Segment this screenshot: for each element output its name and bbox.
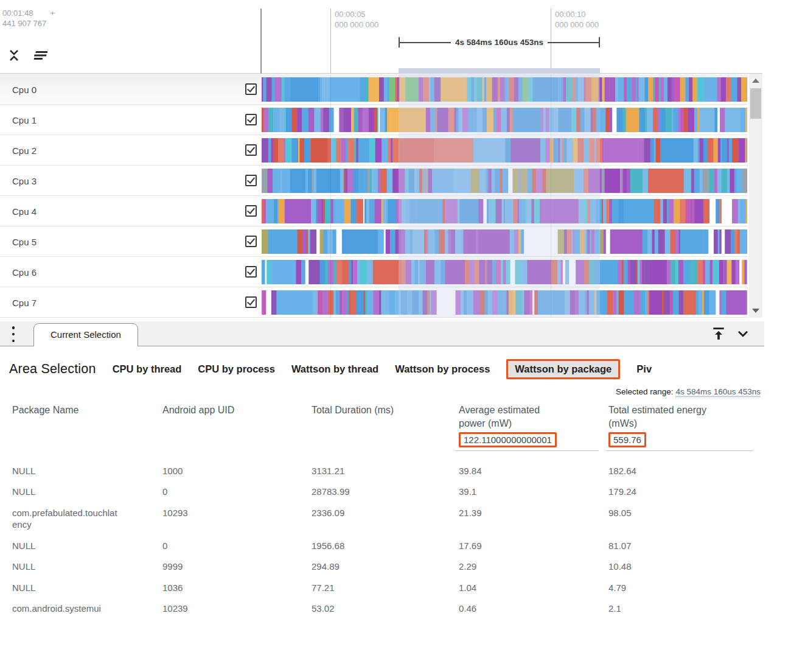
- table-cell: 98.05: [608, 502, 761, 535]
- annotation-box: 122.11000000000001: [459, 432, 557, 447]
- timeline-ruler: 00:01:48 + 441 907 767 00:00:05 00: [0, 0, 762, 74]
- selected-range-label: Selected range:: [616, 387, 674, 396]
- summary-total-energy-value: 559.76: [613, 435, 641, 445]
- column-header: Average estimated power (mW): [459, 399, 608, 430]
- cpu-sched-strip[interactable]: [262, 77, 747, 102]
- tab-current-selection[interactable]: Current Selection: [33, 323, 138, 346]
- table-cell: 2.29: [459, 556, 608, 578]
- detail-tab-wattson-by-thread[interactable]: Wattson by thread: [291, 363, 378, 375]
- table-row: NULL103677.211.044.79: [12, 577, 764, 598]
- annotation-box: 559.76: [608, 432, 646, 447]
- track-row[interactable]: Cpu 1: [0, 105, 748, 135]
- table-cell: 1.04: [459, 577, 608, 598]
- tick-time: 00:00:10: [555, 10, 599, 20]
- track-label: Cpu 7: [12, 297, 37, 307]
- table-cell: NULL: [12, 577, 120, 598]
- summary-total-energy-cell: 559.76: [606, 432, 753, 451]
- table-cell: 39.84: [459, 460, 608, 481]
- wattson-package-table: Package NameAndroid app UIDTotal Duratio…: [0, 399, 764, 619]
- table-header-row: Package NameAndroid app UIDTotal Duratio…: [12, 399, 764, 430]
- selected-range: Selected range: 4s 584ms 160us 453ns: [0, 387, 764, 396]
- chevron-down-icon[interactable]: [735, 326, 751, 341]
- track-label: Cpu 6: [12, 267, 37, 277]
- table-cell: 182.64: [608, 460, 761, 481]
- track-label: Cpu 0: [12, 84, 37, 94]
- unfold-less-icon[interactable]: [7, 49, 21, 62]
- cpu-track-list: Cpu 0Cpu 1Cpu 2Cpu 3Cpu 4Cpu 5Cpu 6Cpu 7: [0, 74, 748, 318]
- sort-icon[interactable]: [32, 49, 47, 62]
- scrollbar-up-arrow[interactable]: [752, 79, 759, 83]
- track-checkbox[interactable]: [245, 266, 257, 278]
- table-cell: 2.1: [608, 598, 761, 620]
- selection-duration-bracket: 4s 584ms 160us 453ns: [399, 37, 600, 47]
- track-checkbox[interactable]: [245, 205, 257, 217]
- track-checkbox[interactable]: [245, 144, 257, 156]
- cpu-sched-strip[interactable]: [262, 169, 747, 193]
- table-cell: NULL: [12, 556, 120, 578]
- table-cell: NULL: [12, 481, 120, 503]
- origin-plus: +: [51, 9, 55, 19]
- table-cell: 10293: [162, 502, 312, 535]
- vertical-align-top-icon[interactable]: [711, 326, 727, 341]
- viewport-origin-timestamp: 00:01:48 + 441 907 767: [2, 9, 55, 29]
- column-header: Total Duration (ms): [312, 399, 459, 430]
- track-checkbox[interactable]: [245, 296, 257, 308]
- track-row[interactable]: Cpu 0: [0, 74, 748, 105]
- track-label: Cpu 3: [12, 175, 37, 186]
- cpu-sched-strip[interactable]: [262, 290, 747, 315]
- table-cell: 77.21: [312, 577, 459, 598]
- track-row[interactable]: Cpu 7: [0, 287, 748, 318]
- cpu-sched-strip[interactable]: [262, 260, 747, 284]
- table-summary-row: 122.11000000000001 559.76: [12, 432, 764, 451]
- scrollbar-thumb[interactable]: [750, 88, 761, 119]
- cpu-sched-strip[interactable]: [262, 229, 747, 254]
- table-cell: com.android.systemui: [12, 598, 120, 620]
- summary-avg-power-cell: 122.11000000000001: [455, 432, 599, 451]
- tracks-scrollbar[interactable]: [749, 74, 762, 318]
- track-row[interactable]: Cpu 2: [0, 135, 748, 166]
- column-header: Package Name: [12, 399, 162, 430]
- table-row: NULL10003131.2139.84182.64: [12, 460, 764, 481]
- track-checkbox[interactable]: [245, 236, 257, 247]
- table-body: NULL10003131.2139.84182.64NULL028783.993…: [12, 460, 764, 619]
- scrollbar-down-arrow[interactable]: [752, 309, 759, 313]
- table-cell: 9999: [162, 556, 312, 578]
- detail-tab-cpu-by-thread[interactable]: CPU by thread: [113, 363, 182, 375]
- cpu-sched-strip[interactable]: [262, 108, 747, 132]
- selected-range-value[interactable]: 4s 584ms 160us 453ns: [675, 387, 761, 396]
- table-cell: 10239: [162, 598, 312, 620]
- area-selection-tabs: Area Selection CPU by threadCPU by proce…: [0, 358, 764, 380]
- track-row[interactable]: Cpu 4: [0, 196, 748, 226]
- details-panel-tabbar: Current Selection: [0, 321, 764, 346]
- cpu-sched-strip[interactable]: [262, 138, 747, 163]
- track-row[interactable]: Cpu 6: [0, 257, 748, 287]
- detail-tab-piv[interactable]: Piv: [636, 363, 652, 375]
- kebab-menu-icon[interactable]: [10, 326, 17, 342]
- table-cell: 0: [162, 535, 312, 556]
- table-cell: 53.02: [312, 598, 459, 620]
- table-row: com.android.systemui1023953.020.462.1: [12, 598, 764, 620]
- tick-ns: 000 000 000: [335, 20, 378, 30]
- track-checkbox[interactable]: [245, 175, 257, 186]
- table-row: com.prefabulated.touchlatency102932336.0…: [12, 502, 764, 535]
- table-cell: 4.79: [608, 577, 761, 598]
- origin-time: 00:01:48: [2, 9, 33, 19]
- perfetto-trace-viewer: 00:01:48 + 441 907 767 00:00:05 00: [0, 0, 791, 672]
- table-cell: 10.48: [608, 556, 761, 578]
- tick-ns: 000 000 000: [555, 20, 599, 30]
- origin-nanoseconds: 441 907 767: [2, 19, 55, 29]
- table-cell: 39.1: [459, 481, 608, 503]
- detail-tab-wattson-by-package[interactable]: Wattson by package: [506, 359, 620, 379]
- ruler-tick-5s: 00:00:05 000 000 000: [330, 9, 378, 74]
- detail-tab-cpu-by-process[interactable]: CPU by process: [198, 363, 275, 375]
- track-label: Cpu 5: [12, 236, 37, 247]
- track-label: Cpu 4: [12, 206, 37, 216]
- detail-tab-wattson-by-process[interactable]: Wattson by process: [395, 363, 490, 375]
- track-row[interactable]: Cpu 3: [0, 166, 748, 196]
- track-checkbox[interactable]: [245, 83, 257, 95]
- timeline-gridline: [551, 74, 551, 318]
- track-row[interactable]: Cpu 5: [0, 226, 748, 257]
- tick-time: 00:00:05: [335, 10, 378, 20]
- cpu-sched-strip[interactable]: [262, 199, 747, 223]
- track-checkbox[interactable]: [245, 114, 257, 125]
